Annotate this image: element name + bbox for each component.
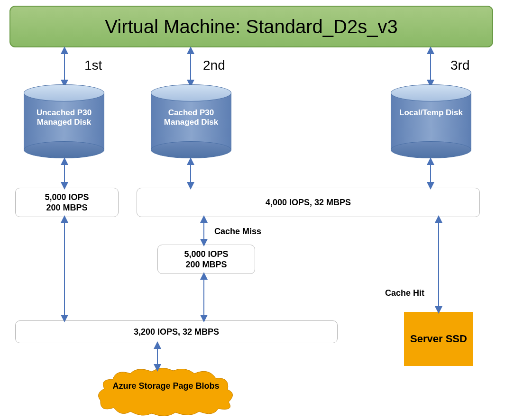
disk-cached-label: Cached P30 Managed Disk	[151, 108, 231, 128]
ordinal-first: 1st	[84, 58, 102, 73]
server-ssd-label: Server SSD	[410, 333, 467, 345]
cache-miss-label: Cache Miss	[214, 227, 261, 237]
disk-cached-bottom	[151, 141, 231, 158]
metric-combined-limit: 3,200 IOPS, 32 MBPS	[15, 320, 338, 343]
disk-cached: Cached P30 Managed Disk	[151, 84, 231, 155]
metric-cached-limit: 4,000 IOPS, 32 MBPS	[137, 188, 480, 217]
disk-cached-top	[151, 84, 231, 101]
disk-uncached-top	[24, 84, 104, 101]
metric-cache-miss-limit: 5,000 IOPS 200 MBPS	[157, 245, 255, 274]
disk-uncached: Uncached P30 Managed Disk	[24, 84, 104, 155]
disk-local-top	[391, 84, 471, 101]
vm-title-box: Virtual Machine: Standard_D2s_v3	[9, 6, 493, 47]
azure-blobs-label: Azure Storage Page Blobs	[104, 381, 228, 392]
cache-hit-label: Cache Hit	[385, 288, 424, 298]
disk-uncached-label: Uncached P30 Managed Disk	[24, 108, 104, 128]
disk-local-bottom	[391, 141, 471, 158]
ordinal-third: 3rd	[450, 58, 469, 73]
disk-uncached-bottom	[24, 141, 104, 158]
disk-local-label: Local/Temp Disk	[391, 108, 471, 118]
metric-uncached-limit: 5,000 IOPS 200 MBPS	[15, 188, 119, 217]
vm-title-text: Virtual Machine: Standard_D2s_v3	[105, 16, 397, 37]
azure-blobs-cloud	[95, 365, 237, 419]
disk-local: Local/Temp Disk	[391, 84, 471, 155]
ordinal-second: 2nd	[203, 58, 225, 73]
server-ssd-box: Server SSD	[404, 312, 473, 366]
